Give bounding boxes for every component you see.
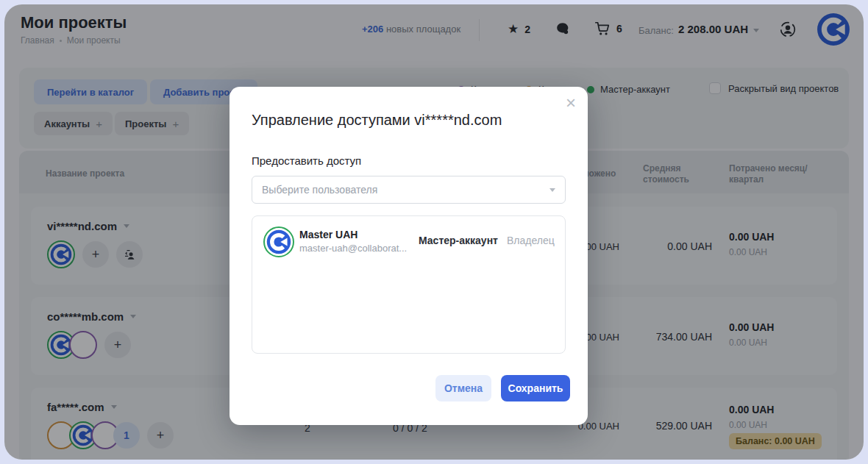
user-email: master-uah@collaborat... xyxy=(299,243,407,254)
app-window: Мои проекты Главная Мои проекты +206 нов… xyxy=(4,4,864,460)
grant-access-label: Предоставить доступ xyxy=(252,154,361,167)
save-button[interactable]: Сохранить xyxy=(501,375,570,401)
chevron-down-icon xyxy=(549,188,555,192)
access-list-panel: Master UAH master-uah@collaborat... Маст… xyxy=(252,215,566,354)
user-select[interactable]: Выберите пользователя xyxy=(252,176,566,204)
user-role: Мастер-аккаунт xyxy=(419,235,498,246)
modal-title: Управление доступами vi*****nd.com xyxy=(252,112,502,129)
close-icon[interactable]: × xyxy=(566,94,576,112)
access-management-modal: × Управление доступами vi*****nd.com Пре… xyxy=(230,87,588,425)
user-status: Владелец xyxy=(507,235,555,246)
cancel-button[interactable]: Отмена xyxy=(435,375,491,401)
user-name: Master UAH xyxy=(299,229,357,240)
user-select-placeholder: Выберите пользователя xyxy=(262,184,377,196)
user-avatar xyxy=(263,226,294,257)
